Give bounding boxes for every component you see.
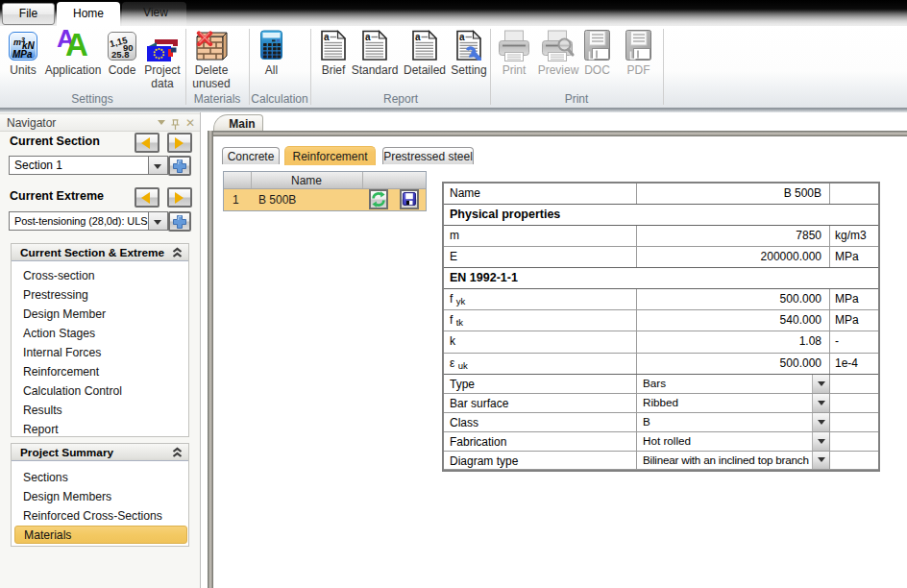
svg-text:a: a xyxy=(415,32,421,42)
svg-text:a: a xyxy=(365,32,371,42)
svg-text:a: a xyxy=(459,32,465,42)
svg-text:a: a xyxy=(324,32,330,42)
